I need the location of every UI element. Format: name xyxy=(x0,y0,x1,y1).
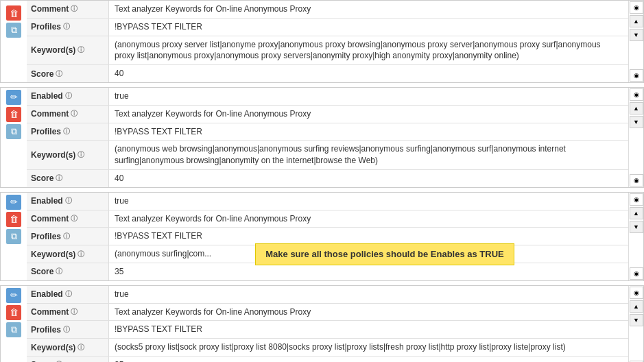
keywords-value-3: (anonymous surfing|com... Make sure all … xyxy=(109,245,628,263)
profiles-row-2: Profiles ⓘ !BYPASS TEXT FILTER xyxy=(27,123,628,141)
profiles-info-icon-2: ⓘ xyxy=(63,127,70,136)
delete-button-2[interactable]: 🗑 xyxy=(6,107,21,122)
keywords-label-3: Keyword(s) ⓘ xyxy=(27,245,109,263)
side-controls-4: ◉▲▼◉ xyxy=(628,286,643,362)
keywords-label-1: Keyword(s) ⓘ xyxy=(27,36,109,65)
edit-button-4[interactable]: ✏ xyxy=(6,288,21,303)
comment-label-1: Comment ⓘ xyxy=(27,1,109,18)
down-button-3[interactable]: ▼ xyxy=(630,221,643,233)
keywords-row-4: Keyword(s) ⓘ (socks5 proxy list|sock pro… xyxy=(27,339,628,357)
profiles-row-1: Profiles ⓘ !BYPASS TEXT FILTER xyxy=(27,19,628,36)
score-info-icon-1: ⓘ xyxy=(56,69,62,79)
profiles-info-icon-4: ⓘ xyxy=(63,325,70,335)
down-button-4[interactable]: ▼ xyxy=(630,314,643,326)
row-icons-4: ✏🗑⧉ xyxy=(1,286,27,362)
enabled-row-3: Enabled ⓘ true xyxy=(27,193,628,210)
profiles-info-icon-1: ⓘ xyxy=(63,22,70,32)
score-info-icon-2: ⓘ xyxy=(56,173,62,183)
copy-button-4[interactable]: ⧉ xyxy=(6,322,21,337)
profiles-label-1: Profiles ⓘ xyxy=(27,19,109,36)
comment-label-2: Comment ⓘ xyxy=(27,106,109,123)
score-row-1: Score ⓘ 40 xyxy=(27,65,628,82)
edit-button-2[interactable]: ✏ xyxy=(6,90,21,105)
keywords-label-4: Keyword(s) ⓘ xyxy=(27,339,109,356)
comment-info-icon-2: ⓘ xyxy=(71,109,77,119)
comment-label-4: Comment ⓘ xyxy=(27,304,109,321)
score-info-icon-3: ⓘ xyxy=(56,267,62,276)
eye-button-top-1[interactable]: ◉ xyxy=(630,1,643,14)
up-button-1[interactable]: ▲ xyxy=(630,15,643,27)
comment-value-4: Text analyzer Keywords for On-line Anony… xyxy=(109,304,628,321)
eye-button-top-2[interactable]: ◉ xyxy=(630,88,643,101)
profiles-value-1: !BYPASS TEXT FILTER xyxy=(109,19,628,36)
side-controls-1: ◉▲▼◉ xyxy=(628,1,643,82)
score-row-4: Score ⓘ 35 xyxy=(27,357,628,362)
profiles-row-4: Profiles ⓘ !BYPASS TEXT FILTER xyxy=(27,321,628,339)
comment-value-2: Text analyzer Keywords for On-line Anony… xyxy=(109,106,628,123)
enabled-value-4: true xyxy=(109,286,628,303)
keywords-row-2: Keyword(s) ⓘ (anonymous web browsing|ano… xyxy=(27,141,628,170)
score-row-2: Score ⓘ 40 xyxy=(27,170,628,187)
eye-button-top-4[interactable]: ◉ xyxy=(630,287,643,299)
keywords-row-1: Keyword(s) ⓘ (anonymous proxy server lis… xyxy=(27,36,628,66)
keywords-info-icon-3: ⓘ xyxy=(77,250,84,259)
keywords-value-4: (socks5 proxy list|sock proxy list|proxy… xyxy=(109,339,628,356)
eye-button-bottom-3[interactable]: ◉ xyxy=(630,267,643,280)
score-label-4: Score ⓘ xyxy=(27,357,109,362)
keywords-value-1: (anonymous proxy server list|anonyme pro… xyxy=(109,36,628,65)
keywords-info-icon-4: ⓘ xyxy=(77,343,84,352)
side-controls-2: ◉▲▼◉ xyxy=(628,88,643,187)
tooltip-3: Make sure all those policies should be E… xyxy=(255,243,514,265)
enabled-label-4: Enabled ⓘ xyxy=(27,286,109,303)
eye-button-top-3[interactable]: ◉ xyxy=(630,193,643,206)
comment-info-icon-3: ⓘ xyxy=(71,214,77,224)
score-label-2: Score ⓘ xyxy=(27,170,109,187)
comment-info-icon-1: ⓘ xyxy=(71,4,77,14)
delete-button-4[interactable]: 🗑 xyxy=(6,305,21,320)
eye-button-bottom-1[interactable]: ◉ xyxy=(630,69,643,82)
comment-row-2: Comment ⓘ Text analyzer Keywords for On-… xyxy=(27,106,628,123)
up-button-2[interactable]: ▲ xyxy=(630,102,643,114)
score-value-3: 35 xyxy=(109,263,628,280)
copy-button-2[interactable]: ⧉ xyxy=(6,124,21,139)
side-controls-3: ◉▲▼◉ xyxy=(628,193,643,280)
down-button-2[interactable]: ▼ xyxy=(630,116,643,128)
row-icons-1: 🗑⧉ xyxy=(1,1,27,82)
copy-button-1[interactable]: ⧉ xyxy=(6,23,21,38)
record-1: 🗑⧉ Comment ⓘ Text analyzer Keywords for … xyxy=(0,0,644,83)
delete-button-1[interactable]: 🗑 xyxy=(6,5,21,21)
enabled-info-icon-4: ⓘ xyxy=(65,289,72,299)
fields-section-4: Enabled ⓘ true Comment ⓘ Text analyzer K… xyxy=(27,286,628,362)
record-2: ✏🗑⧉ Enabled ⓘ true Comment ⓘ Text analyz… xyxy=(0,87,644,188)
profiles-info-icon-3: ⓘ xyxy=(63,232,70,241)
down-button-1[interactable]: ▼ xyxy=(630,29,643,41)
up-button-4[interactable]: ▲ xyxy=(630,300,643,313)
score-label-3: Score ⓘ xyxy=(27,263,109,280)
comment-row-4: Comment ⓘ Text analyzer Keywords for On-… xyxy=(27,304,628,322)
comment-value-3: Text analyzer Keywords for On-line Anony… xyxy=(109,210,628,228)
row-icons-3: ✏🗑⧉ xyxy=(1,193,27,280)
enabled-row-4: Enabled ⓘ true xyxy=(27,286,628,304)
profiles-label-2: Profiles ⓘ xyxy=(27,123,109,141)
score-label-1: Score ⓘ xyxy=(27,65,109,82)
fields-section-2: Enabled ⓘ true Comment ⓘ Text analyzer K… xyxy=(27,88,628,187)
eye-button-bottom-2[interactable]: ◉ xyxy=(630,174,643,186)
profiles-label-4: Profiles ⓘ xyxy=(27,321,109,338)
profiles-value-3: !BYPASS TEXT FILTER xyxy=(109,228,628,245)
enabled-info-icon-3: ⓘ xyxy=(65,196,72,206)
comment-row-1: Comment ⓘ Text analyzer Keywords for On-… xyxy=(27,1,628,19)
profiles-value-4: !BYPASS TEXT FILTER xyxy=(109,321,628,338)
profiles-label-3: Profiles ⓘ xyxy=(27,228,109,245)
up-button-3[interactable]: ▲ xyxy=(630,207,643,219)
copy-button-3[interactable]: ⧉ xyxy=(6,229,21,244)
record-4: ✏🗑⧉ Enabled ⓘ true Comment ⓘ Text analyz… xyxy=(0,285,644,362)
keywords-value-2: (anonymous web browsing|anonymous|anonym… xyxy=(109,141,628,169)
delete-button-3[interactable]: 🗑 xyxy=(6,212,21,227)
enabled-label-3: Enabled ⓘ xyxy=(27,193,109,210)
edit-button-3[interactable]: ✏ xyxy=(6,195,21,210)
score-row-3: Score ⓘ 35 xyxy=(27,263,628,280)
score-value-2: 40 xyxy=(109,170,628,187)
tooltip-text-3: Make sure all those policies should be E… xyxy=(255,243,514,265)
record-3: ✏🗑⧉ Enabled ⓘ true Comment ⓘ Text analyz… xyxy=(0,192,644,281)
keywords-info-icon-2: ⓘ xyxy=(77,150,84,160)
